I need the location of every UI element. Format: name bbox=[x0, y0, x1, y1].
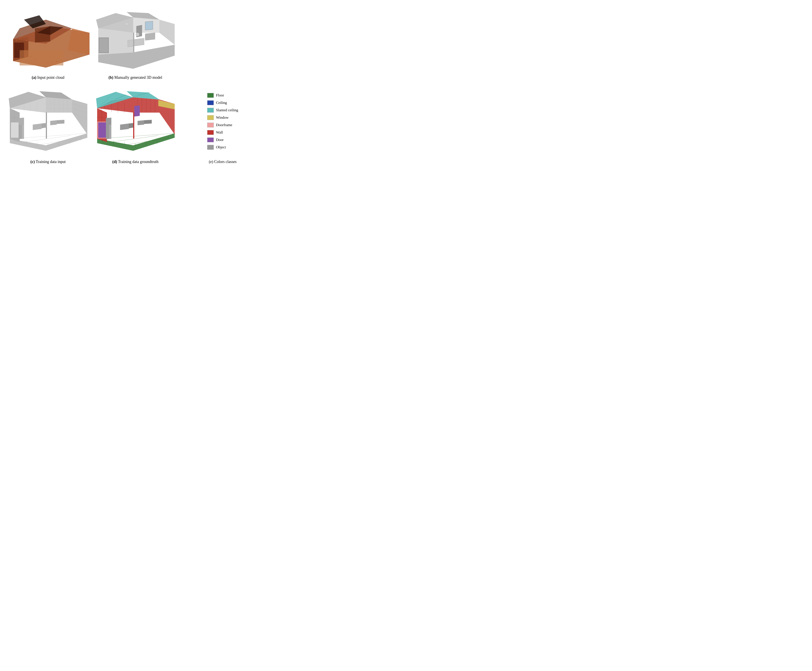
svg-point-70 bbox=[125, 23, 128, 25]
svg-marker-116 bbox=[19, 124, 22, 139]
svg-point-47 bbox=[80, 31, 81, 32]
svg-point-10 bbox=[16, 40, 17, 41]
image-cell-b bbox=[92, 4, 179, 74]
legend-item: Floor bbox=[207, 93, 238, 98]
legend-item: Doorframe bbox=[207, 123, 238, 128]
svg-marker-115 bbox=[57, 120, 65, 124]
legend-color-swatch bbox=[207, 130, 214, 135]
legend-label: Ceiling bbox=[216, 100, 227, 105]
svg-point-25 bbox=[48, 26, 48, 27]
svg-rect-8 bbox=[20, 50, 63, 65]
svg-marker-112 bbox=[33, 124, 41, 130]
main-layout: (a) Input point cloud (b) Manually gener… bbox=[0, 0, 271, 173]
legend-color-swatch bbox=[207, 93, 214, 98]
svg-point-16 bbox=[28, 39, 29, 39]
caption-a: (a) Input point cloud bbox=[4, 74, 92, 84]
svg-marker-163 bbox=[109, 124, 111, 139]
legend-label: Doorframe bbox=[216, 123, 232, 127]
svg-point-21 bbox=[39, 28, 40, 29]
svg-point-24 bbox=[46, 26, 46, 27]
legend-label: Wall bbox=[216, 130, 223, 135]
svg-marker-67 bbox=[145, 33, 155, 40]
pointcloud-svg bbox=[7, 7, 90, 72]
legend-item: Wall bbox=[207, 130, 238, 135]
legend-box: FloorCeilingSlanted ceilingWindowDoorfra… bbox=[203, 89, 242, 154]
svg-point-39 bbox=[70, 55, 70, 56]
svg-point-27 bbox=[17, 50, 18, 51]
svg-point-46 bbox=[78, 32, 79, 33]
svg-point-38 bbox=[65, 58, 66, 58]
caption-a-text: Input point cloud bbox=[36, 75, 65, 80]
legend-label: Floor bbox=[216, 93, 224, 97]
svg-point-19 bbox=[35, 31, 35, 32]
svg-point-12 bbox=[19, 39, 20, 39]
svg-point-37 bbox=[61, 60, 61, 60]
svg-point-29 bbox=[26, 55, 27, 56]
caption-c: (c) Training data input bbox=[4, 158, 92, 169]
svg-point-33 bbox=[43, 62, 44, 63]
caption-b: (b) Manually generated 3D model bbox=[92, 74, 179, 84]
voxel-input-svg bbox=[7, 87, 90, 156]
svg-marker-158 bbox=[120, 124, 129, 130]
svg-point-18 bbox=[32, 34, 33, 34]
caption-c-bold: (c) bbox=[30, 160, 35, 164]
svg-marker-117 bbox=[22, 124, 24, 139]
svg-point-41 bbox=[78, 53, 79, 54]
caption-e-text: Colors classes bbox=[213, 160, 237, 164]
svg-point-28 bbox=[22, 53, 22, 54]
svg-point-20 bbox=[37, 30, 38, 31]
legend-color-swatch bbox=[207, 123, 214, 128]
svg-point-34 bbox=[48, 63, 48, 64]
voxel-groundtruth-svg bbox=[94, 87, 177, 156]
svg-point-49 bbox=[85, 34, 85, 34]
svg-point-36 bbox=[56, 61, 57, 62]
caption-e-bold: (e) bbox=[209, 160, 213, 164]
svg-point-17 bbox=[30, 36, 31, 36]
caption-e: (e) Colors classes bbox=[179, 158, 266, 169]
caption-c-text: Training data input bbox=[35, 160, 66, 164]
svg-marker-68 bbox=[133, 32, 134, 52]
svg-point-69 bbox=[136, 33, 139, 36]
svg-point-51 bbox=[88, 37, 89, 37]
svg-point-35 bbox=[52, 63, 53, 63]
svg-point-13 bbox=[22, 44, 22, 45]
legend-item: Window bbox=[207, 115, 238, 120]
image-cell-c bbox=[4, 84, 92, 158]
image-a bbox=[7, 7, 90, 72]
svg-point-31 bbox=[35, 59, 35, 60]
legend-item: Object bbox=[207, 145, 238, 150]
spacer-row1 bbox=[179, 4, 266, 74]
caption-d-bold: (d) bbox=[112, 160, 117, 164]
svg-marker-113 bbox=[41, 123, 47, 128]
svg-marker-118 bbox=[19, 118, 24, 125]
svg-point-40 bbox=[74, 54, 75, 54]
image-cell-a bbox=[4, 4, 92, 74]
caption-d-text: Training data groundtruth bbox=[117, 160, 159, 164]
legend-label: Slanted ceiling bbox=[216, 108, 238, 112]
svg-point-32 bbox=[39, 60, 40, 61]
legend-container: FloorCeilingSlanted ceilingWindowDoorfra… bbox=[179, 84, 266, 158]
svg-marker-164 bbox=[106, 118, 111, 125]
svg-marker-161 bbox=[144, 120, 152, 124]
svg-marker-165 bbox=[133, 112, 134, 139]
svg-point-45 bbox=[76, 34, 77, 34]
legend-color-swatch bbox=[207, 100, 214, 105]
caption-b-bold: (b) bbox=[109, 75, 113, 80]
svg-point-15 bbox=[26, 40, 27, 41]
svg-marker-160 bbox=[138, 120, 144, 125]
svg-rect-156 bbox=[98, 123, 106, 138]
image-b bbox=[94, 7, 177, 72]
svg-point-22 bbox=[41, 27, 42, 28]
svg-point-23 bbox=[43, 27, 44, 27]
svg-point-11 bbox=[18, 41, 19, 42]
legend-label: Object bbox=[216, 145, 226, 150]
legend-label: Window bbox=[216, 116, 229, 120]
image-d bbox=[94, 87, 177, 156]
svg-point-48 bbox=[83, 32, 84, 33]
svg-rect-111 bbox=[11, 123, 19, 138]
model3d-svg bbox=[94, 7, 177, 72]
svg-point-42 bbox=[83, 54, 84, 54]
svg-point-43 bbox=[87, 54, 88, 55]
legend-label: Door bbox=[216, 138, 223, 142]
svg-point-50 bbox=[87, 35, 88, 35]
